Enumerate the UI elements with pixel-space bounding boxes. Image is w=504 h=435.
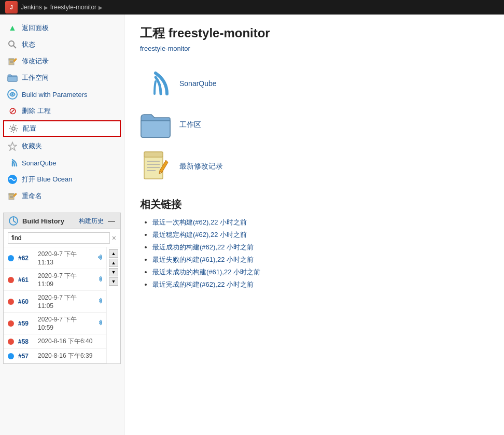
- build-progress-icon: [94, 275, 102, 285]
- sidebar-item-changelog[interactable]: 修改记录: [0, 53, 124, 69]
- related-link-last-stable[interactable]: 最近稳定构建(#62),22 小时之前: [152, 231, 247, 238]
- build-scroll-container: #62 2020-9-7 下午11:13 #61 2020-9-7 下午11:0…: [4, 247, 120, 363]
- related-links-section: 相关链接 最近一次构建(#62),22 小时之前 最近稳定构建(#62),22 …: [140, 198, 488, 289]
- list-item: 最近稳定构建(#62),22 小时之前: [152, 230, 488, 240]
- svg-marker-10: [8, 142, 17, 150]
- pencil-icon: [7, 56, 18, 66]
- build-date: 2020-8-16 下午6:40: [38, 337, 98, 346]
- build-number[interactable]: #61: [18, 276, 34, 284]
- scroll-down-small-button[interactable]: ▼: [109, 268, 118, 276]
- svg-rect-3: [9, 59, 14, 60]
- svg-point-8: [11, 93, 13, 95]
- build-number[interactable]: #59: [18, 320, 34, 327]
- workspace-link[interactable]: 工作区: [179, 120, 201, 130]
- sidebar-item-build-params[interactable]: Build with Parameters: [0, 86, 124, 103]
- table-row: #59 2020-9-7 下午10:59: [4, 313, 106, 334]
- build-search-area: ×: [4, 229, 120, 247]
- table-row: #58 2020-8-16 下午6:40: [4, 334, 106, 349]
- related-link-last-success[interactable]: 最近成功的构建(#62),22 小时之前: [152, 243, 254, 251]
- build-icon: [7, 89, 18, 100]
- gear-icon: [8, 123, 19, 134]
- sidebar-item-rename[interactable]: 重命名: [0, 188, 124, 204]
- build-history-collapse[interactable]: —: [108, 217, 115, 225]
- sidebar-label-rename: 重命名: [22, 191, 42, 201]
- sidebar-item-delete[interactable]: ⊘ 删除 工程: [0, 103, 124, 119]
- project-subtitle: freestyle-monitor: [140, 45, 488, 52]
- breadcrumb-project[interactable]: freestyle-monitor: [50, 4, 96, 11]
- sidebar-label-delete: 删除 工程: [22, 106, 51, 116]
- sidebar-label-blue-ocean: 打开 Blue Ocean: [22, 175, 73, 184]
- sidebar: ▲ 返回面板 状态 修改记录: [0, 15, 124, 435]
- table-row: #57 2020-8-16 下午6:39: [4, 349, 106, 363]
- quick-link-sonarqube: SonarQube: [140, 68, 488, 99]
- list-item: 最近失败的构建(#61),22 小时之前: [152, 255, 488, 264]
- delete-icon: ⊘: [7, 106, 18, 116]
- sonarqube-nav-icon: [7, 158, 18, 168]
- list-item: 最近成功的构建(#62),22 小时之前: [152, 243, 488, 252]
- sidebar-item-workspace[interactable]: 工作空间: [0, 69, 124, 86]
- sidebar-item-blue-ocean[interactable]: 打开 Blue Ocean: [0, 171, 124, 188]
- arrow-up-icon: ▲: [7, 23, 18, 33]
- list-item: 最近完成的构建(#62),22 小时之前: [152, 280, 488, 289]
- sidebar-label-build-params: Build with Parameters: [22, 91, 87, 99]
- scroll-down-button[interactable]: ▼: [109, 277, 118, 286]
- breadcrumb-sep-2: ▶: [99, 5, 103, 10]
- list-item: 最近一次构建(#62),22 小时之前: [152, 218, 488, 227]
- content-area: 工程 freestyle-monitor freestyle-monitor S…: [124, 15, 504, 435]
- sidebar-item-sonarqube[interactable]: SonarQube: [0, 155, 124, 171]
- sonarqube-icon: [140, 68, 171, 99]
- rename-icon: [7, 191, 18, 201]
- build-status-dot: [8, 320, 14, 327]
- sidebar-item-configure[interactable]: 配置: [3, 120, 121, 137]
- table-row: #60 2020-9-7 下午11:05: [4, 291, 106, 313]
- build-history-header: Build History 构建历史 —: [4, 213, 120, 229]
- changelog-link[interactable]: 最新修改记录: [179, 162, 223, 171]
- sidebar-item-back-dashboard[interactable]: ▲ 返回面板: [0, 20, 124, 36]
- build-search-clear[interactable]: ×: [112, 234, 116, 242]
- build-date: 2020-9-7 下午11:05: [38, 293, 90, 310]
- workspace-folder-icon: [140, 109, 171, 141]
- folder-icon: [7, 73, 18, 83]
- build-history-link[interactable]: 构建历史: [79, 217, 104, 226]
- build-date: 2020-9-7 下午11:13: [38, 250, 90, 266]
- breadcrumb-sep-1: ▶: [44, 5, 48, 10]
- related-link-last-unsuccessful[interactable]: 最近未成功的构建(#61),22 小时之前: [152, 268, 260, 276]
- related-link-last-build[interactable]: 最近一次构建(#62),22 小时之前: [152, 218, 247, 226]
- build-search-input[interactable]: [8, 232, 110, 244]
- build-history-title: Build History: [22, 217, 75, 225]
- sidebar-label-configure: 配置: [23, 124, 36, 133]
- scroll-up-button[interactable]: ▲: [109, 249, 118, 258]
- breadcrumb-jenkins[interactable]: Jenkins: [21, 4, 42, 11]
- table-row: #62 2020-9-7 下午11:13: [4, 247, 106, 269]
- svg-point-9: [12, 127, 15, 130]
- build-number[interactable]: #58: [18, 338, 34, 345]
- svg-rect-13: [9, 193, 14, 195]
- build-date: 2020-9-7 下午10:59: [38, 315, 90, 331]
- sidebar-label-favorites: 收藏夹: [22, 142, 42, 151]
- list-item: 最近未成功的构建(#61),22 小时之前: [152, 268, 488, 277]
- jenkins-logo: J: [5, 1, 18, 13]
- related-link-last-failed[interactable]: 最近失败的构建(#61),22 小时之前: [152, 256, 254, 263]
- build-status-dot: [8, 277, 14, 283]
- build-progress-icon: [94, 253, 102, 263]
- build-number[interactable]: #60: [18, 298, 34, 305]
- build-status-dot: [8, 353, 14, 359]
- build-number[interactable]: #57: [18, 353, 34, 360]
- sidebar-label-status: 状态: [22, 40, 35, 49]
- scroll-up-small-button[interactable]: ▲: [109, 259, 118, 267]
- related-link-last-complete[interactable]: 最近完成的构建(#62),22 小时之前: [152, 280, 254, 288]
- svg-rect-19: [144, 152, 163, 157]
- changelog-doc-icon: [140, 151, 171, 182]
- table-row: #61 2020-9-7 下午11:09: [4, 269, 106, 291]
- build-list: #62 2020-9-7 下午11:13 #61 2020-9-7 下午11:0…: [4, 247, 106, 363]
- sonarqube-link[interactable]: SonarQube: [179, 79, 217, 88]
- svg-line-1: [13, 46, 16, 48]
- sidebar-label-workspace: 工作空间: [22, 73, 49, 82]
- build-number[interactable]: #62: [18, 255, 34, 262]
- main-layout: ▲ 返回面板 状态 修改记录: [0, 15, 504, 435]
- sidebar-item-status[interactable]: 状态: [0, 36, 124, 53]
- build-status-dot: [8, 299, 14, 305]
- build-history-icon: [9, 216, 18, 226]
- search-icon: [7, 39, 18, 50]
- sidebar-item-favorites[interactable]: 收藏夹: [0, 138, 124, 155]
